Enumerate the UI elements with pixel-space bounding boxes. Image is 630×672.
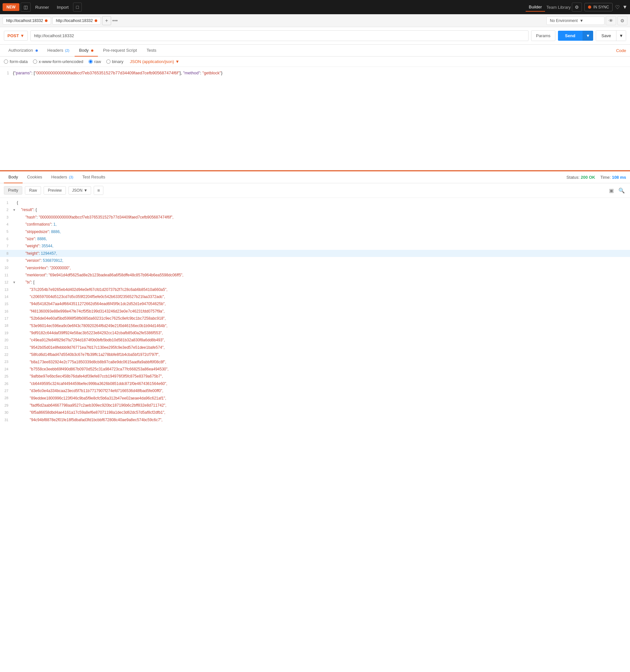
import-button[interactable]: Import xyxy=(54,3,72,11)
builder-button[interactable]: Builder xyxy=(526,3,545,11)
resp-tab-headers[interactable]: Headers (3) xyxy=(47,171,78,183)
response-line: 21 "9542b05d01e8febbb9d76771ea7fd17c130e… xyxy=(0,344,630,351)
send-chevron-button[interactable]: ▼ xyxy=(582,31,594,41)
send-button[interactable]: Send xyxy=(558,31,582,41)
tab-body[interactable]: Body xyxy=(75,45,98,56)
tab-prerequest[interactable]: Pre-request Script xyxy=(99,45,142,56)
preview-button[interactable]: Preview xyxy=(44,186,66,195)
method-select[interactable]: POST ▼ xyxy=(4,31,28,41)
raw-option[interactable]: raw xyxy=(89,59,101,64)
team-library-button[interactable]: Team Library xyxy=(546,5,571,10)
layout-icon-button[interactable]: ◫ xyxy=(21,3,31,11)
response-line: 19 "9df9182c644daf39ff924e58ac3b5223e842… xyxy=(0,329,630,336)
params-button[interactable]: Params xyxy=(531,30,555,41)
nav-right: ⚙ IN SYNC ♡ ▼ xyxy=(572,3,627,11)
resp-tab-test-results[interactable]: Test Results xyxy=(78,171,110,183)
line-number: 30 xyxy=(0,410,11,416)
tab-tests[interactable]: Tests xyxy=(142,45,161,56)
runner-button[interactable]: Runner xyxy=(32,3,52,11)
tab-1[interactable]: http://localhost:18332 xyxy=(3,17,51,25)
env-gear-button[interactable]: ⚙ xyxy=(618,16,627,25)
response-line: 17 "52b6de04e60af5bd5998f58fb085da60231c… xyxy=(0,315,630,322)
pretty-button[interactable]: Pretty xyxy=(4,186,22,195)
line-number: 3 xyxy=(0,214,11,220)
line-content: "37c2054b7e9265eb4d402d94e0ef67cfd1d2073… xyxy=(17,286,630,293)
line-number: 10 xyxy=(0,265,11,271)
copy-button[interactable]: ▣ xyxy=(608,186,615,195)
line-content: "6f5a86658dbd4ae4161a17c59a8ef6e87071198… xyxy=(17,409,630,416)
line-arrow[interactable]: ▼ xyxy=(11,207,17,213)
sync-dot xyxy=(588,5,591,9)
search-button[interactable]: 🔍 xyxy=(617,186,626,195)
body-dot xyxy=(91,49,93,52)
code-content[interactable]: {"params": ["00000000000000fadbccf7eb376… xyxy=(13,70,630,77)
tab-1-dot xyxy=(45,19,48,22)
line-content: "fadf6d2aab64667798aa9527c2aeb309ec920bc… xyxy=(17,402,630,409)
more-tabs-button[interactable]: ••• xyxy=(112,18,118,24)
line-content: "versionHex": "20000000", xyxy=(17,265,630,271)
method-chevron-icon: ▼ xyxy=(20,33,24,38)
new-tab-icon-button[interactable]: □ xyxy=(73,3,81,11)
line-number: 7 xyxy=(0,243,11,249)
line-number: 17 xyxy=(0,315,11,321)
nav-chevron-button[interactable]: ▼ xyxy=(622,4,627,10)
tab-2[interactable]: http://localhost:18332 xyxy=(52,17,101,25)
tab-authorization[interactable]: Authorization xyxy=(4,45,42,56)
response-line: 26 "cb6449595c324caf4494459befec999ba362… xyxy=(0,380,630,387)
line-number: 24 xyxy=(0,366,11,373)
binary-option[interactable]: binary xyxy=(106,59,123,64)
bell-icon-button[interactable]: ♡ xyxy=(615,4,620,10)
env-chevron-icon: ▼ xyxy=(580,19,583,23)
response-line: 13 "37c2054b7e9265eb4d402d94e0ef67cfd1d2… xyxy=(0,286,630,293)
raw-button[interactable]: Raw xyxy=(25,186,41,195)
request-bar: POST ▼ Params Send ▼ Save ▼ xyxy=(0,27,630,45)
response-status: Status: 200 OK Time: 108 ms xyxy=(566,172,626,183)
environment-select[interactable]: No Environment ▼ xyxy=(546,17,604,25)
code-link[interactable]: Code xyxy=(616,45,626,56)
settings-icon-button[interactable]: ⚙ xyxy=(572,3,582,11)
new-button[interactable]: NEW xyxy=(3,3,19,11)
resp-tab-cookies[interactable]: Cookies xyxy=(23,171,47,183)
line-content: "height": 1294457, xyxy=(17,250,630,257)
response-line: 31 "94c94bf8878e2f01fe18f5dbafad3fd1bcbb… xyxy=(0,416,630,424)
tab-headers[interactable]: Headers (2) xyxy=(43,45,74,56)
env-eye-button[interactable]: 👁 xyxy=(606,16,616,25)
line-content: "f481360093e88e998e47fe74cf5f5b199d31432… xyxy=(17,308,630,314)
status-value: 200 OK xyxy=(581,175,595,180)
response-tab-bar: Body Cookies Headers (3) Test Results St… xyxy=(0,170,630,183)
url-input[interactable] xyxy=(30,30,529,41)
line-content: "hash": "00000000000000fadbccf7eb3765351… xyxy=(17,214,630,220)
save-chevron-button[interactable]: ▼ xyxy=(616,30,626,41)
json-chevron-icon: ▼ xyxy=(175,59,180,64)
line-content: "53e96014ec596ea9c0e6f43c780920264f6d249… xyxy=(17,322,630,329)
form-data-option[interactable]: form-data xyxy=(4,59,28,64)
response-actions: ▣ 🔍 xyxy=(608,186,626,195)
save-group: Save ▼ xyxy=(596,30,626,41)
send-group: Send ▼ xyxy=(558,31,594,41)
response-line: 11 "merkleroot": "69e941d4df5625ad8e2b12… xyxy=(0,271,630,279)
line-number: 9 xyxy=(0,258,11,264)
line-number: 8 xyxy=(0,250,11,257)
add-tab-button[interactable]: + xyxy=(102,16,111,25)
sync-button[interactable]: IN SYNC xyxy=(584,3,612,11)
line-content: "weight": 35544, xyxy=(17,243,630,249)
urlencoded-option[interactable]: x-www-form-urlencoded xyxy=(33,59,83,64)
line-arrow[interactable]: ▼ xyxy=(11,280,17,285)
line-number: 18 xyxy=(0,322,11,329)
tab-2-label: http://localhost:18332 xyxy=(56,19,93,23)
response-line: 20 "c49ea912fe84f829d7fa7294d1874f0b0bfb… xyxy=(0,336,630,343)
line-number: 25 xyxy=(0,373,11,380)
line-number: 12 xyxy=(0,279,11,285)
line-number: 20 xyxy=(0,337,11,343)
response-line: 10 "versionHex": "20000000", xyxy=(0,264,630,271)
line-content: "52b6de04e60af5bd5998f58fb085da60231c9ec… xyxy=(17,315,630,321)
json-format-dropdown[interactable]: JSON ▼ xyxy=(69,186,91,195)
wrap-button[interactable]: ≡ xyxy=(94,186,103,195)
top-nav: NEW ◫ Runner Import □ Builder Team Libra… xyxy=(0,0,630,14)
save-button[interactable]: Save xyxy=(596,30,616,41)
line-number: 14 xyxy=(0,294,11,300)
resp-tab-body[interactable]: Body xyxy=(4,171,23,183)
json-type-select[interactable]: JSON (application/json) ▼ xyxy=(130,59,179,64)
authorization-dot xyxy=(35,49,38,52)
line-content: "size": 8886, xyxy=(17,236,630,242)
